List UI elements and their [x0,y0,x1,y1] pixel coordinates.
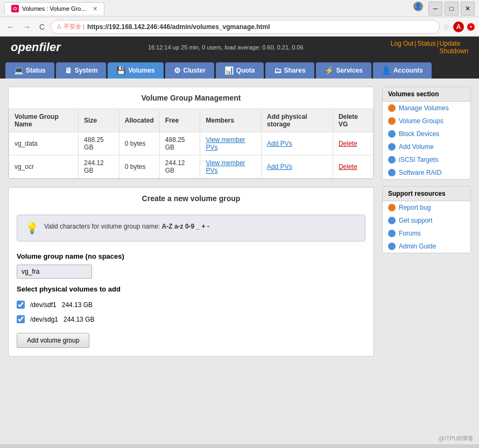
form-section: Volume group name (no spaces) Select phy… [9,247,374,356]
tab-close-button[interactable]: ✕ [93,5,97,12]
iscsi-targets-icon [388,156,396,163]
forward-button[interactable]: → [20,22,33,32]
sidebar-item-software-raid[interactable]: Software RAID [383,166,470,179]
pv-size-1: 244.13 GB [62,301,93,309]
sidebar: Volumes section Manage Volumes Volume Gr… [382,87,471,436]
browser-tab[interactable]: O Volumes : Volume Gro... ✕ [4,2,104,15]
vg-name-label: Volume group name (no spaces) [17,252,365,260]
sidebar-item-volume-groups[interactable]: Volume Groups [383,115,470,127]
pv-item-1: /dev/sdf1 244.13 GB [17,297,365,312]
view-member-pvs-link[interactable]: View member PVs [206,136,245,151]
vg-members-cell[interactable]: View member PVs [200,132,262,155]
tab-system[interactable]: 🖥 System [56,62,107,79]
close-button[interactable]: ✕ [461,2,475,16]
vg-add-pvs-cell-2[interactable]: Add PVs [262,155,333,179]
tab-status[interactable]: 💻 Status [5,62,54,79]
admin-guide-label: Admin Guide [399,243,436,250]
volume-groups-icon [388,117,396,125]
tab-accounts[interactable]: 👤 Accounts [373,62,432,79]
sidebar-item-add-volume[interactable]: Add Volume [383,140,470,153]
vg-members-cell-2[interactable]: View member PVs [200,155,262,179]
vg-delete-cell[interactable]: Delete [333,132,373,155]
sidebar-item-block-devices[interactable]: Block Devices [383,127,470,140]
refresh-button[interactable]: C [37,22,47,32]
window-controls: 👤 ─ □ ✕ [413,2,475,16]
add-volume-group-button[interactable]: Add volume group [17,333,89,348]
sidebar-item-iscsi-targets[interactable]: iSCSI Targets [383,153,470,166]
tab-cluster[interactable]: ⚙ Cluster [165,62,214,79]
notification-dot: ● [467,23,475,31]
admin-guide-icon [388,243,396,250]
sidebar-item-forums[interactable]: Forums [383,227,470,240]
vg-add-pvs-cell[interactable]: Add PVs [262,132,333,155]
col-add-physical: Add physical storage [262,109,333,132]
info-box: 💡 Valid characters for volume group name… [17,215,365,241]
sidebar-item-report-bug[interactable]: Report bug [383,201,470,214]
address-text: https://192.168.142.246:446/admin/volume… [87,23,270,31]
maximize-button[interactable]: □ [445,2,459,16]
pv-select-label: Select physical volumes to add [17,285,365,293]
status-tab-icon: 💻 [14,66,23,75]
manage-volumes-icon [388,104,396,112]
pv-size-2: 244.13 GB [64,316,94,323]
logo: openfiler [11,40,61,54]
tab-shares[interactable]: 🗂 Shares [265,62,314,79]
iscsi-targets-label: iSCSI Targets [399,156,438,163]
tab-volumes[interactable]: 💾 Volumes [108,62,163,79]
sidebar-item-manage-volumes[interactable]: Manage Volumes [383,102,470,115]
update-link[interactable]: UpdateShutdown [440,40,468,55]
support-resources-panel: Support resources Report bug Get support… [382,186,471,253]
pv-checkbox-1[interactable] [17,301,25,309]
pv-device-1: /dev/sdf1 [30,301,57,309]
col-size: Size [79,109,119,132]
bookmark-button[interactable]: ☆ [443,23,450,31]
vgm-panel-title: Volume Group Management [9,87,374,109]
back-button[interactable]: ← [4,22,17,32]
col-vg-name: Volume Group Name [9,109,79,132]
tab-services[interactable]: ⚡ Services [316,62,371,79]
delete-vg-link-1[interactable]: Delete [339,140,357,147]
header-status: 16:12:14 up 25 min, 0 users, load averag… [148,44,304,51]
volumes-section-panel: Volumes section Manage Volumes Volume Gr… [382,87,471,180]
volume-group-table: Volume Group Name Size Allocated Free Me… [9,109,374,179]
col-members: Members [200,109,262,132]
shares-tab-icon: 🗂 [274,66,281,75]
pv-item-2: /dev/sdg1 244.13 GB [17,312,365,326]
quota-tab-icon: 📊 [224,66,234,75]
add-pvs-link-2[interactable]: Add PVs [267,163,292,170]
pv-checkbox-2[interactable] [17,315,25,323]
sidebar-item-get-support[interactable]: Get support [383,214,470,227]
user-icon: 👤 [413,2,423,11]
tab-quota[interactable]: 📊 Quota [216,62,264,79]
col-free: Free [159,109,200,132]
add-pvs-link-1[interactable]: Add PVs [267,140,292,147]
minimize-button[interactable]: ─ [428,2,442,16]
tab-shares-label: Shares [284,67,306,74]
sidebar-item-admin-guide[interactable]: Admin Guide [383,240,470,253]
vg-size-cell: 488.25 GB [79,132,119,155]
vg-delete-cell-2[interactable]: Delete [333,155,373,179]
add-volume-label: Add Volume [399,143,434,151]
tab-title: Volumes : Volume Gro... [22,5,86,12]
manage-volumes-label: Manage Volumes [399,104,449,112]
tab-favicon: O [11,5,19,12]
tab-services-label: Services [336,67,363,74]
address-bar[interactable]: ⚠ 不安全 | https://192.168.142.246:446/admi… [51,20,440,34]
volumes-tab-icon: 💾 [116,66,125,75]
content-area: Volume Group Management Volume Group Nam… [0,79,479,444]
nav-tabs: 💻 Status 🖥 System 💾 Volumes ⚙ Cluster 📊 … [0,58,479,79]
main-content: Volume Group Management Volume Group Nam… [8,87,382,436]
view-member-pvs-link-2[interactable]: View member PVs [206,159,245,174]
get-support-label: Get support [399,217,433,224]
extension-a-button[interactable]: A [453,22,464,32]
status-link[interactable]: Status [417,40,435,55]
logout-link[interactable]: Log Out [391,40,414,55]
volume-groups-label: Volume Groups [399,117,443,125]
forums-icon [388,230,396,237]
vg-name-input[interactable] [17,265,92,279]
delete-vg-link-2[interactable]: Delete [339,163,357,170]
header-links: Log Out | Status | UpdateShutdown [391,40,468,55]
block-devices-icon [388,130,396,138]
pv-device-2: /dev/sdg1 [30,316,58,323]
vg-free-cell: 488.25 GB [159,132,200,155]
